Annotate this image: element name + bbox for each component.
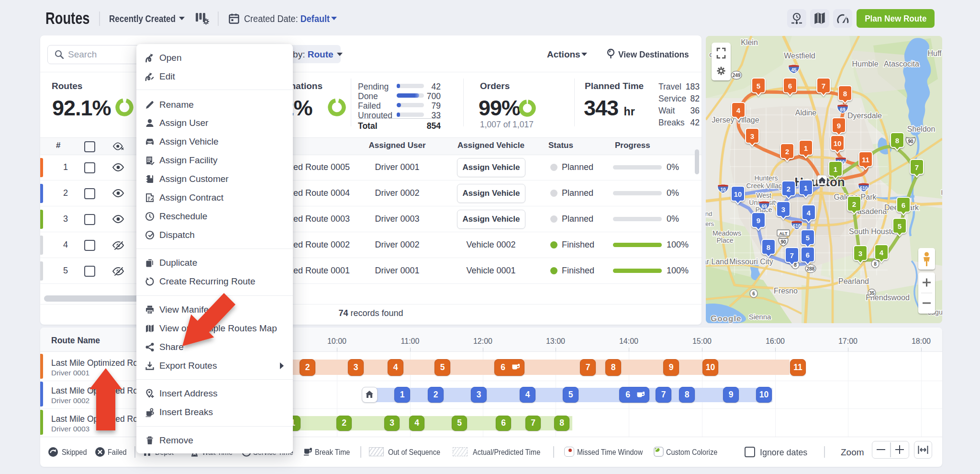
svg-text:69: 69 (840, 107, 846, 113)
svg-text:Aldine: Aldine (795, 109, 817, 117)
svg-text:1: 1 (834, 165, 837, 173)
svg-text:6: 6 (902, 201, 905, 209)
svg-text:1: 1 (804, 144, 808, 152)
svg-text:10: 10 (834, 139, 842, 147)
svg-text:9: 9 (837, 122, 841, 130)
svg-text:ar Land: ar Land (706, 258, 728, 266)
svg-text:6: 6 (788, 82, 792, 90)
svg-text:Fresno: Fresno (774, 287, 798, 295)
svg-text:3: 3 (858, 249, 862, 258)
svg-text:Atascocita: Atascocita (884, 60, 919, 68)
svg-text:10: 10 (720, 187, 726, 192)
svg-text:Meadows: Meadows (713, 229, 741, 237)
svg-text:249: 249 (733, 73, 741, 78)
svg-text:Google: Google (711, 314, 742, 323)
svg-text:8: 8 (874, 261, 877, 267)
svg-text:8: 8 (767, 243, 770, 251)
svg-text:288: 288 (807, 266, 815, 271)
svg-text:7: 7 (822, 82, 825, 90)
svg-text:nd: nd (706, 210, 712, 217)
svg-text:5: 5 (806, 234, 810, 242)
svg-text:Creek Village: Creek Village (746, 182, 786, 190)
svg-text:5: 5 (757, 82, 760, 90)
svg-text:8: 8 (895, 136, 899, 145)
svg-text:2: 2 (785, 147, 789, 156)
svg-text:Klein: Klein (741, 38, 758, 46)
svg-text:69: 69 (761, 204, 767, 209)
svg-text:90: 90 (780, 239, 786, 245)
svg-text:ers: ers (706, 220, 714, 227)
svg-text:4: 4 (807, 209, 811, 217)
svg-text:Westfield: Westfield (784, 52, 815, 60)
svg-text:Place: Place (716, 237, 733, 244)
svg-text:Missouri City: Missouri City (729, 258, 773, 266)
svg-text:Humble: Humble (852, 60, 878, 68)
svg-text:Hunters: Hunters (754, 174, 778, 182)
svg-text:Sheldon: Sheldon (907, 125, 935, 133)
svg-text:4: 4 (880, 248, 884, 257)
svg-text:Dyersdale: Dyersdale (847, 112, 882, 120)
svg-text:5: 5 (898, 222, 902, 230)
svg-text:2: 2 (852, 200, 856, 208)
svg-text:610: 610 (860, 186, 868, 191)
svg-text:90: 90 (908, 139, 913, 144)
svg-text:ALT: ALT (780, 231, 788, 236)
svg-text:South Houston: South Houston (849, 227, 900, 236)
svg-text:35: 35 (869, 291, 875, 296)
svg-text:9: 9 (757, 216, 760, 225)
svg-text:6: 6 (752, 291, 755, 296)
svg-text:4: 4 (736, 106, 741, 114)
svg-text:610: 610 (793, 224, 801, 229)
svg-text:7: 7 (790, 251, 794, 260)
svg-text:10: 10 (734, 190, 742, 198)
svg-text:8: 8 (843, 90, 847, 98)
svg-text:2: 2 (787, 185, 791, 193)
svg-text:45: 45 (791, 68, 797, 73)
svg-text:Huff: Huff (927, 49, 942, 57)
svg-text:1: 1 (804, 184, 808, 192)
svg-text:3: 3 (781, 205, 785, 214)
svg-text:11: 11 (862, 156, 869, 164)
svg-text:3: 3 (750, 132, 754, 140)
svg-text:8: 8 (794, 262, 797, 268)
svg-text:7: 7 (915, 163, 919, 171)
svg-text:Pearland: Pearland (838, 277, 869, 285)
svg-text:West: West (756, 192, 771, 199)
svg-text:Sienna: Sienna (749, 313, 771, 321)
svg-text:H: H (941, 188, 942, 196)
svg-text:6: 6 (806, 251, 810, 259)
